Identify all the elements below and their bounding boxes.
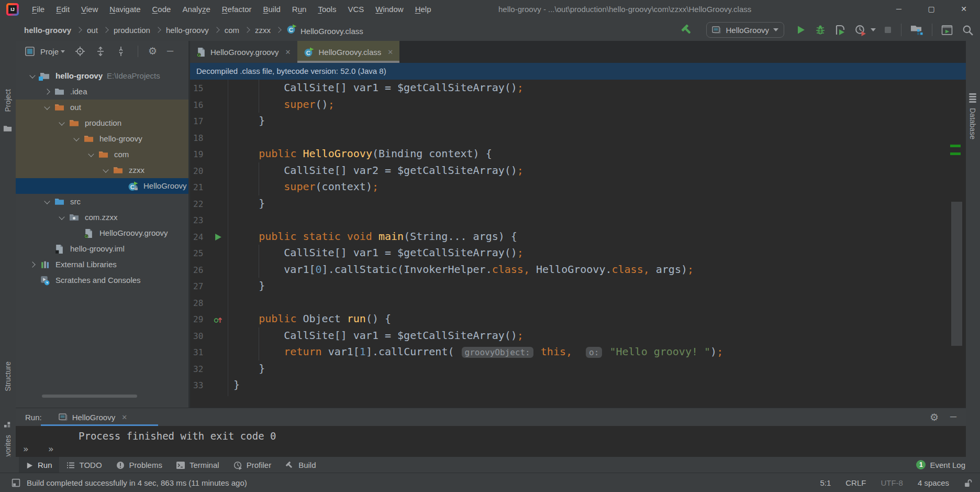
lock-icon[interactable]: [964, 478, 973, 488]
gutter-run-icon[interactable]: [208, 228, 228, 245]
tree-row-out[interactable]: out: [16, 100, 188, 115]
tree-row-hellogroovy[interactable]: CHelloGroovy: [16, 178, 188, 194]
menu-item-help[interactable]: Help: [409, 5, 437, 14]
chevron-down-icon[interactable]: [40, 106, 54, 109]
tree-row-src[interactable]: src: [16, 194, 188, 210]
expand-all-button[interactable]: [95, 46, 106, 57]
code-line: 22 }: [190, 195, 966, 212]
vertical-scrollbar[interactable]: [951, 202, 962, 346]
tree-row-production[interactable]: production: [16, 115, 188, 131]
breadcrumb-item[interactable]: hello-groovy: [166, 26, 209, 35]
close-icon[interactable]: ✕: [387, 48, 393, 56]
tool-stripe-project[interactable]: Project: [4, 89, 12, 114]
file-encoding[interactable]: UTF-8: [881, 478, 903, 487]
build-icon: [285, 460, 294, 469]
close-button[interactable]: ✕: [948, 0, 980, 19]
close-icon[interactable]: ✕: [285, 48, 291, 56]
tree-row-hello-groovy[interactable]: hello-groovy: [16, 131, 188, 147]
breadcrumb-item[interactable]: hello-groovy: [24, 26, 71, 35]
editor-tab-class[interactable]: C HelloGroovy.class ✕: [297, 41, 400, 63]
breadcrumb-item[interactable]: zzxx: [255, 26, 271, 35]
chevron-down-icon[interactable]: [25, 75, 40, 78]
collapse-all-button[interactable]: [116, 46, 126, 57]
menu-item-analyze[interactable]: Analyze: [176, 5, 216, 14]
chevron-down-icon[interactable]: [84, 154, 98, 156]
indent-setting[interactable]: 4 spaces: [918, 478, 949, 487]
breadcrumb-item[interactable]: com: [225, 26, 239, 35]
menu-item-vcs[interactable]: VCS: [342, 5, 370, 14]
hide-panel-button[interactable]: ─: [950, 412, 956, 422]
profiler-button[interactable]: [854, 24, 866, 36]
run-with-coverage-button[interactable]: [834, 24, 846, 36]
stop-button[interactable]: [883, 25, 893, 35]
collapsed-toolbar-chevron[interactable]: »: [23, 444, 28, 454]
maximize-button[interactable]: ▢: [915, 0, 948, 19]
tree-row-com-zzxx[interactable]: com.zzxx: [16, 210, 188, 225]
chevron-down-icon[interactable]: [40, 201, 54, 203]
debug-button[interactable]: [815, 24, 826, 36]
chevron-down-icon[interactable]: [69, 138, 84, 140]
run-button[interactable]: [796, 25, 806, 35]
run-tab[interactable]: HelloGroovy ✕: [55, 408, 130, 426]
minimize-button[interactable]: ─: [883, 0, 915, 19]
chevron-down-icon[interactable]: [98, 169, 113, 172]
caret-position[interactable]: 5:1: [820, 478, 831, 487]
project-structure-button[interactable]: [910, 24, 923, 36]
menu-item-edit[interactable]: Edit: [50, 5, 75, 14]
breadcrumb-item[interactable]: production: [114, 26, 150, 35]
gear-icon[interactable]: ⚙: [148, 46, 157, 57]
tree-row-scratches-and-consoles[interactable]: Scratches and Consoles: [16, 272, 188, 288]
toolwindow-button-profiler[interactable]: Profiler: [226, 457, 279, 473]
toolwindow-button-run[interactable]: Run: [19, 457, 59, 473]
hide-panel-button[interactable]: ─: [167, 46, 173, 57]
terminal-icon: [176, 460, 185, 469]
locate-file-button[interactable]: [75, 46, 85, 57]
tree-row-hello-groovy-iml[interactable]: hello-groovy.iml: [16, 241, 188, 257]
editor-tab-bar: G HelloGroovy.groovy ✕ C HelloGroovy.cla…: [190, 41, 966, 63]
line-separator[interactable]: CRLF: [845, 478, 866, 487]
menu-item-view[interactable]: View: [75, 5, 104, 14]
collapsed-toolbar-chevron[interactable]: »: [48, 444, 53, 454]
tree-row-external-libraries[interactable]: External Libraries: [16, 257, 188, 272]
tree-row--idea[interactable]: .idea: [16, 84, 188, 100]
tool-stripe-database[interactable]: Database: [968, 108, 977, 141]
horizontal-scrollbar[interactable]: [42, 395, 137, 398]
chevron-down-icon[interactable]: [54, 216, 69, 219]
gear-icon[interactable]: ⚙: [930, 411, 939, 423]
toolwindow-button-build[interactable]: Build: [278, 457, 322, 473]
close-icon[interactable]: ✕: [121, 413, 127, 421]
tree-row-com[interactable]: com: [16, 147, 188, 162]
chevron-down-icon[interactable]: [54, 122, 69, 125]
tool-window-toggle-icon[interactable]: [12, 478, 20, 487]
toolwindow-button-terminal[interactable]: Terminal: [169, 457, 226, 473]
tree-row-hello-groovy[interactable]: hello-groovyE:\IdeaProjects: [16, 68, 188, 84]
menu-item-code[interactable]: Code: [147, 5, 177, 14]
menu-item-build[interactable]: Build: [257, 5, 286, 14]
profiler-dropdown-icon[interactable]: [871, 28, 876, 31]
menu-item-refactor[interactable]: Refactor: [216, 5, 258, 14]
tool-stripe-structure[interactable]: Structure: [4, 362, 12, 393]
editor-tab-groovy[interactable]: G HelloGroovy.groovy ✕: [190, 41, 297, 63]
tree-row-zzxx[interactable]: zzxx: [16, 162, 188, 178]
gutter-override-icon[interactable]: [208, 311, 228, 327]
menu-item-tools[interactable]: Tools: [312, 5, 342, 14]
run-configuration-select[interactable]: HelloGroovy: [706, 22, 784, 38]
tree-row-hellogroovy-groovy[interactable]: GHelloGroovy.groovy: [16, 225, 188, 241]
chevron-right-icon[interactable]: [25, 263, 40, 267]
event-log-button[interactable]: 1 Event Log: [916, 457, 965, 473]
project-view-selector[interactable]: Proje: [40, 47, 65, 56]
build-hammer-icon[interactable]: [680, 23, 694, 37]
menu-item-navigate[interactable]: Navigate: [104, 5, 146, 14]
search-everywhere-icon[interactable]: [962, 24, 974, 36]
menu-item-file[interactable]: File: [26, 5, 50, 14]
toolwindow-button-todo[interactable]: TODO: [59, 457, 109, 473]
breadcrumb-item[interactable]: CHelloGroovy.class: [286, 24, 363, 36]
folder-orange-icon: [69, 119, 85, 127]
toolwindow-button-problems[interactable]: Problems: [109, 457, 169, 473]
menu-item-window[interactable]: Window: [370, 5, 409, 14]
breadcrumb-item[interactable]: out: [87, 26, 98, 35]
code-editor[interactable]: 15 CallSite[] var1 = $getCallSiteArray()…: [190, 80, 966, 408]
chevron-right-icon[interactable]: [40, 90, 54, 94]
menu-item-run[interactable]: Run: [286, 5, 313, 14]
tool-window-button[interactable]: [941, 25, 953, 36]
